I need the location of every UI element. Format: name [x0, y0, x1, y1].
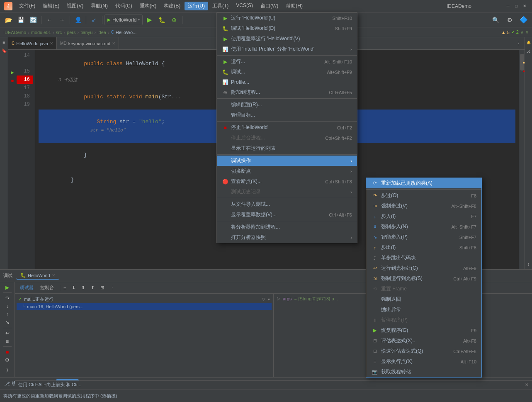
open-button[interactable]: 📂 — [2, 14, 14, 26]
debug-eval-btn[interactable]: ≡ — [2, 338, 13, 345]
stop-helloworld-item[interactable]: ■ 停止 'HelloWorld' Ctrl+F2 — [217, 122, 357, 133]
git-sidebar-icon[interactable]: ⎇ — [525, 48, 532, 55]
profile-item[interactable]: 📊 Profile... — [217, 77, 357, 87]
reset-frame-item[interactable]: ⟲ 重置 Frame — [366, 284, 481, 294]
tab-helloworld-close[interactable]: ✕ — [50, 41, 53, 46]
coverage-run-item[interactable]: ▶ 使用覆盖率运行 'HelloWorld'(V) — [217, 34, 357, 44]
breadcrumb-pers[interactable]: pers — [67, 30, 75, 35]
menu-nav[interactable]: 导航(N) — [87, 2, 111, 10]
bookmark-icon[interactable]: 🔖 — [1, 47, 7, 54]
settings-button[interactable]: ⚙ — [504, 14, 515, 26]
menu-refactor[interactable]: 重构(R) — [136, 2, 160, 10]
nav-down-icon[interactable]: ∨ — [525, 29, 529, 35]
debug-resume-btn[interactable]: ▶ — [2, 284, 13, 291]
breadcrumb-project[interactable]: IDEADemo — [3, 30, 26, 35]
reload-classes-item[interactable]: ⟳ 重新加载已更改的类(A) — [366, 178, 481, 188]
stop-background-item[interactable]: 停止后台进程... Ctrl+Shift+F2 — [217, 133, 357, 143]
git-button[interactable]: 👤 — [72, 14, 84, 26]
step-out-item[interactable]: ↑ 步出(I) Shift+F8 — [366, 242, 481, 253]
debug-step-out-btn[interactable]: ↑ — [2, 311, 13, 318]
resume-program-item[interactable]: ▶ 恢复程序(G) F9 — [366, 325, 481, 336]
maximize-button[interactable]: □ — [513, 3, 520, 10]
breadcrumb-file[interactable]: HelloWo... — [116, 30, 137, 35]
debug-session-close[interactable]: ✕ — [52, 273, 55, 278]
debug-smart-step-btn[interactable]: ↘ — [2, 319, 13, 326]
force-run-to-cursor-item[interactable]: ⇲ 强制运行到光标(S) Ctrl+Alt+F9 — [366, 273, 481, 284]
throw-exception-item[interactable]: 抛出异常 — [366, 305, 481, 315]
menu-view[interactable]: 视图(V) — [63, 2, 87, 10]
tab-keymap[interactable]: MD keymap-win-mac.md ✕ — [57, 37, 119, 50]
smart-step-into-item[interactable]: ↘ 智能步入(P) Shift+F7 — [366, 232, 481, 242]
frame-up2-btn[interactable]: ⬆ — [88, 284, 97, 291]
attach-profiler-item[interactable]: 将分析器附加到进程... — [217, 222, 357, 232]
tab-helloworld-java[interactable]: C HelloWorld.java ✕ — [8, 37, 57, 50]
manage-targets-item[interactable]: 管理目标... — [217, 110, 357, 120]
view-breakpoints-item[interactable]: 🔴 查看断点(K)... Ctrl+Shift+F8 — [217, 176, 357, 187]
menu-build[interactable]: 构建(B) — [160, 2, 184, 10]
show-running-item[interactable]: 显示正在运行的列表 — [217, 143, 357, 153]
search-button[interactable]: 🔍 — [490, 14, 501, 26]
force-step-into-item[interactable]: ⇓ 强制步入(N) Alt+Shift+F7 — [366, 222, 481, 232]
close-button[interactable]: ✕ — [521, 3, 528, 10]
eval-expr-item[interactable]: ⊞ 评估表达式(X)... Alt+F8 — [366, 336, 481, 346]
profiler-item[interactable]: 📊 使用 'IntelliJ Profiler' 分析 'HelloWorld'… — [217, 44, 357, 54]
frame-item-0[interactable]: └ main:16, HelloWorld (pers... — [17, 303, 272, 310]
save-button[interactable]: 💾 — [15, 14, 27, 26]
breadcrumb-src[interactable]: src — [56, 30, 62, 35]
nav-up-icon[interactable]: ∧ — [520, 29, 524, 35]
console-tab[interactable]: 控制台 — [38, 284, 56, 292]
debug-stop-btn[interactable]: ■ — [2, 348, 13, 356]
debug-settings-btn[interactable]: ⚙ — [2, 357, 13, 364]
menu-window[interactable]: 窗口(W) — [257, 2, 282, 10]
attach-process-item[interactable]: ⊕ 附加到进程... Ctrl+Alt+F5 — [217, 87, 357, 97]
scrollbar-track[interactable] — [519, 50, 525, 269]
debug-helloworld-item[interactable]: 🐛 调试 'HelloWorld'(D) Shift+F9 — [217, 23, 357, 34]
force-return-item[interactable]: 强制返回 — [366, 294, 481, 305]
intellij-button[interactable]: 🔷 — [518, 14, 530, 26]
coverage-data-item[interactable]: 显示覆盖率数据(V)... Ctrl+Alt+F6 — [217, 210, 357, 220]
minimize-button[interactable]: ─ — [505, 3, 511, 10]
step-over-item[interactable]: ↷ 步过(O) F8 — [366, 190, 481, 201]
tab-keymap-close[interactable]: ✕ — [112, 41, 115, 46]
run-button[interactable]: ▶ — [143, 14, 155, 26]
thread-dump-item[interactable]: 📷 获取线程转储 — [366, 367, 481, 377]
debug-ellipsis-item[interactable]: 🐛 调试... Alt+Shift+F9 — [217, 67, 357, 77]
gutter-15[interactable]: ▶ — [8, 68, 17, 76]
debug-run-cursor-btn[interactable]: ↩ — [2, 330, 13, 337]
forward-button[interactable]: → — [56, 14, 68, 26]
run-configuration[interactable]: ▶ HelloWorld ▾ — [104, 15, 143, 25]
frame-down-btn[interactable]: ⬇ — [69, 284, 78, 291]
edit-config-item[interactable]: 编辑配置(R)... — [217, 100, 357, 110]
copy-btn[interactable]: ⊞ — [98, 284, 107, 291]
test-history-item[interactable]: 测试历史记录 › — [217, 187, 357, 197]
step-out-block-item[interactable]: ⤴ 单步跳出代码块 — [366, 253, 481, 263]
open-snapshot-item[interactable]: 打开分析器快照 › — [217, 232, 357, 243]
debugger-tab[interactable]: 调试器 — [17, 284, 36, 292]
expand-right-icon[interactable]: ⟩ — [525, 261, 532, 268]
debug-session-tab[interactable]: 🐛 HelloWorld ✕ — [16, 272, 59, 280]
more-btn[interactable]: ⋮ — [107, 284, 117, 291]
menu-run[interactable]: 运行(U) — [185, 2, 208, 10]
back-button[interactable]: ← — [44, 14, 55, 26]
pause-program-item[interactable]: ⏸ 暂停程序(P) — [366, 315, 481, 325]
debug-step-over-btn[interactable]: ↷ — [2, 295, 13, 302]
breadcrumb-module[interactable]: module01 — [31, 30, 51, 35]
debug-ops-item[interactable]: 调试操作 › — [217, 156, 357, 166]
var-expand-icon[interactable]: ▷ — [277, 296, 280, 301]
menu-vcs[interactable]: VCS(S) — [233, 2, 256, 10]
thread-row[interactable]: ✓ mai...正在运行 ▽ ▾ — [17, 295, 272, 303]
frame-up-btn[interactable]: ⬆ — [79, 284, 87, 291]
sync-button[interactable]: 🔄 — [27, 14, 39, 26]
import-tests-item[interactable]: 从文件导入测试... — [217, 199, 357, 210]
quick-eval-item[interactable]: ⊡ 快速评估表达式(Q) Ctrl+Alt+F8 — [366, 346, 481, 356]
menu-edit[interactable]: 编辑(E) — [39, 2, 63, 10]
debug-expand-btn[interactable]: ⟩ — [2, 365, 13, 375]
thread-filter-btn[interactable]: ≡ — [61, 285, 68, 291]
notifications-icon[interactable]: 🔔 — [525, 39, 532, 46]
run-helloworld-item[interactable]: ▶ 运行 'HelloWorld'(U) Shift+F10 — [217, 13, 357, 23]
show-exec-point-item[interactable]: ≡ 显示执行点(X) Alt+F10 — [366, 356, 481, 367]
tab-menu-button[interactable]: ⋮ — [513, 38, 525, 49]
debug-step-into-btn[interactable]: ↓ — [2, 303, 13, 310]
run-ellipsis-item[interactable]: ▶ 运行... Alt+Shift+F10 — [217, 56, 357, 67]
toggle-breakpoint-item[interactable]: 切换断点 › — [217, 166, 357, 176]
